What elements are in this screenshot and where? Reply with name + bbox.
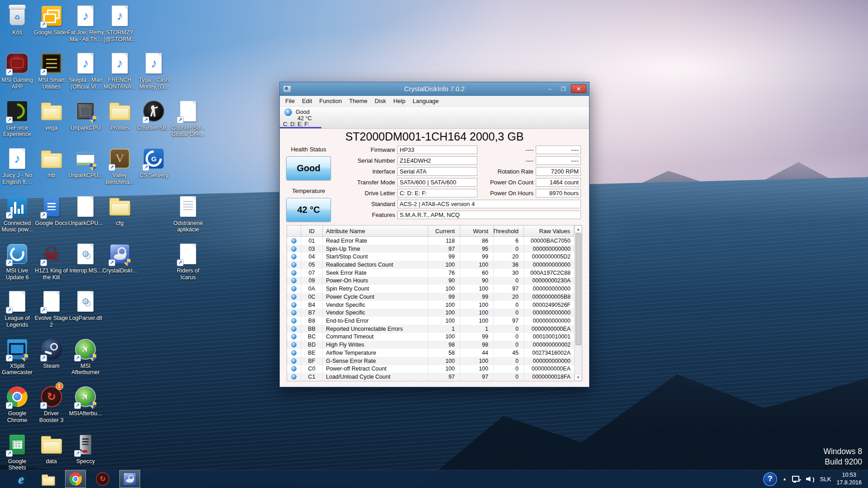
desktop-icon[interactable]: CrystalDiskI... [97,242,142,274]
health-status-button[interactable]: Good [286,156,331,180]
desktop-icon-label: Odstránené aplikácie [165,220,211,233]
info-value-box[interactable]: SATA/600 | SATA/600 [397,178,477,187]
cell-attribute-name: Spin Retry Count [323,285,428,293]
shortcut-arrow-icon [40,69,47,75]
info-label: ---- [479,146,536,153]
taskbar-button[interactable] [119,470,140,488]
notification-badge: 1 [56,382,63,390]
row-status-cell [287,317,301,325]
table-row[interactable]: 01 Read Error Rate 118 86 6 00000BAC7050 [287,237,574,245]
cell-current: 100 [428,333,460,341]
info-value-box[interactable]: 8970 hours [536,189,581,197]
info-value-box[interactable]: S.M.A.R.T., APM, NCQ [397,211,581,219]
table-row[interactable]: BB Reported Uncorrectable Errors 1 1 0 0… [287,325,574,333]
table-row[interactable]: BF G-Sense Error Rate 100 100 0 00000000… [287,357,574,365]
tray-icon[interactable] [783,477,787,481]
info-value-box[interactable]: 7200 RPM [536,167,581,176]
info-value-box[interactable]: C: D: E: F: [397,189,477,197]
menu-item[interactable]: Edit [298,96,316,106]
drive-selector[interactable]: Good 42 °C C: D: E: F: [280,107,589,129]
drive-status: Good [296,109,310,115]
cell-threshold: 45 [494,349,524,357]
temperature-button[interactable]: 42 °C [286,198,331,222]
cell-current: 98 [428,341,460,349]
info-value-box[interactable]: Z1E4DWH2 [397,156,477,165]
table-row[interactable]: BC Command Timeout 100 99 0 000100010001 [287,333,574,341]
info-value-box[interactable]: ---- [536,156,581,165]
cell-id: B7 [301,309,323,317]
table-row[interactable]: B7 Vendor Specific 100 100 0 00000000000… [287,309,574,317]
table-row[interactable]: C1 Load/Unload Cycle Count 97 97 0 00000… [287,373,574,381]
uac-shield-icon [90,116,96,123]
shortcut-arrow-icon [40,21,47,28]
taskbar-button[interactable] [65,470,86,488]
table-row[interactable]: B4 Vendor Specific 100 100 0 00002490526… [287,301,574,309]
table-row[interactable]: 03 Spin-Up Time 97 95 0 000000000000 [287,245,574,253]
cell-current: 100 [428,261,460,269]
desktop-icon-art [73,432,98,457]
close-button[interactable]: ✕ [571,84,586,93]
desktop-icon[interactable]: MSI Afterburner [63,337,108,376]
desktop-icon[interactable]: MSIAfterbu... [63,385,108,417]
info-value-box[interactable]: HP33 [397,145,477,154]
table-row[interactable]: C0 Power-off Retract Count 100 100 0 000… [287,365,574,373]
crystaldiskinfo-window: CrystalDiskInfo 7.0.2 – ❐ ✕ File Edit Fu… [279,82,590,387]
table-row[interactable]: BE Airflow Temperature 58 44 45 00273416… [287,349,574,357]
desktop-icon[interactable]: Odstránené aplikácie [165,194,211,233]
info-value-box[interactable]: ---- [536,145,581,154]
menu-item[interactable]: Disk [371,96,390,106]
table-row[interactable]: 0C Power Cycle Count 99 99 20 0000000005… [287,293,574,301]
taskbar-button-icon [96,472,109,485]
scroll-up-icon[interactable]: ▲ [575,225,582,233]
taskbar-button[interactable] [11,470,32,488]
tray-icon[interactable] [792,476,801,483]
desktop-icon[interactable]: Riders of Icarus [165,242,211,281]
taskbar-button[interactable] [92,470,113,488]
menu-item[interactable]: Function [316,96,345,106]
table-row[interactable]: 04 Start/Stop Count 99 99 20 0000000005D… [287,253,574,261]
menu-item[interactable]: Language [409,96,443,106]
table-scrollbar[interactable]: ▲ ▼ [574,225,582,381]
cell-raw-values: 000000000000 [524,261,574,269]
shortcut-arrow-icon [6,355,13,361]
desktop-icon[interactable]: Counter-Str... Global Offe... [165,99,211,138]
tray-icon[interactable] [763,472,777,486]
window-titlebar[interactable]: CrystalDiskInfo 7.0.2 – ❐ ✕ [280,82,589,96]
tray-icon[interactable] [806,476,815,483]
scroll-down-icon[interactable]: ▼ [575,374,582,381]
maximize-button[interactable]: ❐ [557,84,569,93]
table-row[interactable]: 09 Power-On Hours 90 90 0 00000000230A [287,277,574,285]
taskbar-clock[interactable]: 10:53 17.8.2016 [836,471,863,487]
taskbar-button[interactable] [38,470,59,488]
scrollbar-thumb[interactable] [576,233,581,345]
table-row[interactable]: 05 Reallocated Sectors Count 100 100 36 … [287,261,574,269]
cell-current: 97 [428,373,460,381]
minimize-button[interactable]: – [544,84,556,93]
shortcut-arrow-icon [40,402,47,409]
desktop-icon[interactable]: CS Servery [131,146,176,179]
desktop-icon[interactable]: cfg [97,194,142,227]
table-row[interactable]: B8 End-to-End Error 100 100 97 000000000… [287,317,574,325]
table-row[interactable]: 0A Spin Retry Count 100 100 97 000000000… [287,285,574,293]
cell-raw-values: 0000000005D2 [524,253,574,261]
menu-item[interactable]: Theme [345,96,371,106]
cell-worst: 60 [460,269,494,277]
desktop-icon[interactable]: Speccy [63,432,108,465]
cell-current: 100 [428,285,460,293]
info-value-box[interactable]: Serial ATA [397,167,477,176]
desktop-icon-label: CS Servery [131,172,176,179]
table-row[interactable]: 07 Seek Error Rate 76 60 30 000A197C2C88 [287,269,574,277]
menu-item[interactable]: Help [390,96,409,106]
menu-item[interactable]: File [282,96,298,106]
info-label: Drive Letter [343,190,397,197]
info-value-box[interactable]: 1464 count [536,178,581,187]
language-indicator[interactable]: SLK [820,476,831,483]
desktop-icon[interactable]: STORMZY [@STORM... [97,4,142,42]
table-row[interactable]: BD High Fly Writes 98 98 0 000000000002 [287,341,574,349]
desktop-icon[interactable]: Tyga - Cash Money (O... [131,51,176,90]
desktop-icon-art [39,194,64,219]
info-value-box[interactable]: ACS-2 | ATA8-ACS version 4 [397,200,581,208]
shortcut-arrow-icon [6,212,13,219]
cell-id: C0 [301,365,323,373]
desktop-icon[interactable]: LogParser.dll [63,289,108,322]
